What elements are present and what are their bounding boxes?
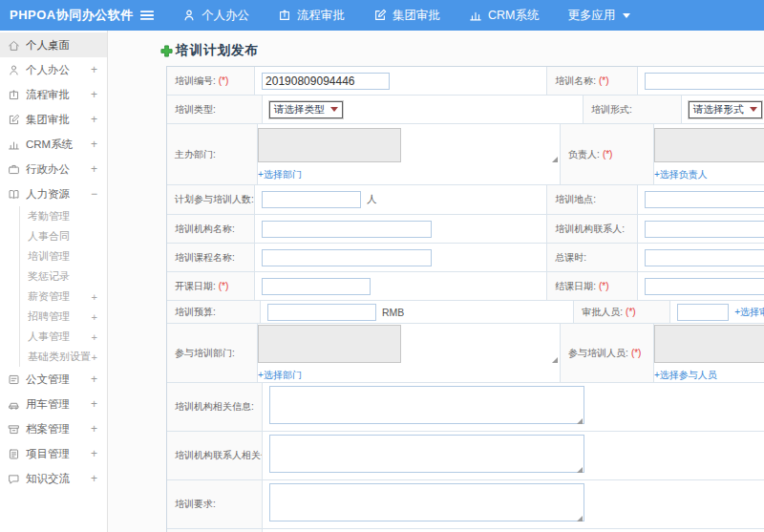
sidebar-item-project-mgmt[interactable]: 项目管理 + bbox=[0, 441, 107, 466]
field-cell bbox=[638, 215, 764, 243]
expand-plus-icon[interactable]: + bbox=[91, 162, 97, 176]
nav-crm-system[interactable]: CRM系统 bbox=[469, 8, 539, 24]
briefcase-icon bbox=[8, 163, 20, 176]
sidebar-item-knowledge-exchange[interactable]: 知识交流 + bbox=[0, 466, 107, 491]
nav-label: 集团审批 bbox=[393, 8, 440, 24]
field-cell bbox=[255, 215, 547, 243]
sidebar-item-label: 知识交流 bbox=[26, 472, 91, 486]
org-contact-info-textarea[interactable] bbox=[269, 435, 584, 473]
required-marker: (*) bbox=[603, 149, 613, 160]
sidebar-item-document-mgmt[interactable]: 公文管理 + bbox=[0, 367, 107, 392]
chart-icon bbox=[8, 138, 20, 151]
budget-input[interactable] bbox=[267, 304, 376, 321]
training-name-input[interactable] bbox=[645, 73, 764, 90]
nav-workflow-approval[interactable]: 流程审批 bbox=[278, 8, 345, 24]
sidebar-item-archive-mgmt[interactable]: 档案管理 + bbox=[0, 416, 107, 441]
location-input[interactable] bbox=[645, 191, 764, 208]
form-row: 培训机构相关信息: bbox=[167, 383, 764, 432]
expand-plus-icon[interactable]: + bbox=[91, 88, 97, 101]
sidebar-item-personal-desktop[interactable]: 个人桌面 bbox=[0, 32, 107, 57]
total-hours-input[interactable] bbox=[645, 249, 764, 266]
expand-plus-icon[interactable]: + bbox=[91, 472, 97, 485]
join-people-textarea[interactable] bbox=[654, 325, 764, 363]
select-dept-link[interactable]: +选择部门 bbox=[258, 168, 560, 181]
field-label: 培训机构相关信息: bbox=[167, 383, 263, 431]
expand-plus-icon[interactable]: + bbox=[92, 291, 97, 303]
expand-plus-icon[interactable]: + bbox=[91, 397, 97, 411]
sidebar-item-training-mgmt[interactable]: 培训管理 bbox=[20, 246, 107, 266]
expand-plus-icon[interactable]: + bbox=[91, 63, 97, 76]
select-leader-link[interactable]: +选择负责人 bbox=[654, 168, 764, 181]
expand-plus-icon[interactable]: + bbox=[91, 113, 97, 126]
training-no-input[interactable] bbox=[262, 73, 390, 90]
app-logo[interactable]: PHPOA协同办公软件 bbox=[0, 7, 138, 24]
label-text: 参与培训部门: bbox=[175, 347, 235, 360]
sidebar-item-recruit-mgmt[interactable]: 招聘管理 + bbox=[20, 307, 107, 327]
join-dept-textarea[interactable] bbox=[258, 325, 401, 363]
expand-plus-icon[interactable]: + bbox=[91, 447, 97, 460]
training-form-select[interactable]: 请选择形式 bbox=[689, 101, 762, 118]
sidebar-item-label: 公文管理 bbox=[26, 372, 91, 387]
label-text: 培训课程名称: bbox=[175, 251, 235, 265]
expand-plus-icon[interactable]: + bbox=[92, 311, 97, 323]
approver-input[interactable] bbox=[677, 304, 729, 321]
expand-plus-icon[interactable]: + bbox=[92, 351, 97, 363]
required-marker: (*) bbox=[599, 75, 609, 86]
org-info-textarea[interactable] bbox=[269, 386, 584, 424]
start-date-input[interactable] bbox=[262, 278, 371, 295]
field-cell bbox=[638, 67, 764, 95]
expand-plus-icon[interactable]: + bbox=[92, 331, 97, 343]
select-participants-link[interactable]: +选择参与人员 bbox=[654, 369, 764, 382]
sidebar-item-workflow-approval[interactable]: 流程审批 + bbox=[0, 82, 107, 107]
hamburger-menu-icon[interactable] bbox=[138, 7, 156, 24]
label-text: 总课时: bbox=[555, 251, 586, 265]
sidebar-item-personal-office[interactable]: 个人办公 + bbox=[0, 57, 107, 82]
sidebar-item-base-category[interactable]: 基础类别设置 + bbox=[20, 347, 107, 367]
sidebar-item-hr-contract[interactable]: 人事合同 bbox=[20, 226, 107, 246]
book-icon bbox=[8, 188, 20, 201]
sidebar-item-reward-punish[interactable]: 奖惩记录 bbox=[20, 266, 107, 287]
sidebar-item-admin-office[interactable]: 行政办公 + bbox=[0, 157, 107, 181]
sidebar-item-attendance-mgmt[interactable]: 考勤管理 bbox=[20, 206, 107, 226]
host-dept-textarea[interactable] bbox=[258, 128, 401, 162]
field-cell bbox=[255, 244, 547, 271]
expand-plus-icon[interactable]: + bbox=[91, 422, 97, 436]
expand-plus-icon[interactable]: + bbox=[91, 372, 97, 386]
workflow-icon bbox=[8, 89, 20, 101]
course-name-input[interactable] bbox=[262, 249, 432, 266]
sidebar-item-label: 用车管理 bbox=[26, 397, 91, 412]
field-label: 培训机构名称: bbox=[167, 215, 255, 243]
sidebar-item-human-resources[interactable]: 人力资源 − bbox=[0, 181, 107, 206]
sidebar-item-vehicle-mgmt[interactable]: 用车管理 + bbox=[0, 392, 107, 416]
nav-group-approval[interactable]: 集团审批 bbox=[373, 8, 440, 24]
page-title-bar: 培训计划发布 bbox=[160, 42, 764, 59]
field-cell: +选择负责人 bbox=[654, 124, 764, 184]
select-approver-link[interactable]: +选择审批人员 bbox=[734, 306, 764, 319]
field-label: 总课时: bbox=[547, 244, 638, 271]
required-marker: (*) bbox=[219, 75, 229, 86]
form-row: 培训课程名称: 总课时: bbox=[167, 244, 764, 272]
top-header: PHPOA协同办公软件 个人办公 流程审批 集团审批 CRM系统 更多应用 bbox=[0, 0, 764, 31]
requirements-textarea[interactable] bbox=[269, 483, 584, 521]
planned-count-input[interactable] bbox=[262, 191, 361, 208]
expand-plus-icon[interactable]: + bbox=[91, 138, 97, 151]
workflow-icon bbox=[278, 9, 291, 22]
select-dept-link[interactable]: +选择部门 bbox=[258, 369, 560, 382]
org-contact-input[interactable] bbox=[645, 221, 764, 238]
sidebar-item-label: 个人办公 bbox=[26, 63, 91, 77]
leader-textarea[interactable] bbox=[654, 128, 764, 162]
sidebar-item-crm-system[interactable]: CRM系统 + bbox=[0, 132, 107, 157]
sidebar-item-group-approval[interactable]: 集团审批 + bbox=[0, 107, 107, 132]
sidebar-item-personnel-mgmt[interactable]: 人事管理 + bbox=[20, 327, 107, 347]
nav-more-apps[interactable]: 更多应用 bbox=[567, 8, 630, 24]
training-type-select[interactable]: 请选择类型 bbox=[269, 101, 343, 118]
nav-personal-office[interactable]: 个人办公 bbox=[182, 8, 249, 24]
sidebar-item-label: CRM系统 bbox=[26, 138, 91, 152]
select-caret-icon bbox=[750, 107, 757, 112]
page-title: 培训计划发布 bbox=[176, 42, 259, 59]
sidebar-item-salary-mgmt[interactable]: 薪资管理 + bbox=[20, 287, 107, 307]
required-marker: (*) bbox=[631, 348, 642, 358]
org-name-input[interactable] bbox=[262, 221, 432, 238]
end-date-input[interactable] bbox=[645, 278, 764, 295]
collapse-minus-icon[interactable]: − bbox=[91, 187, 97, 201]
